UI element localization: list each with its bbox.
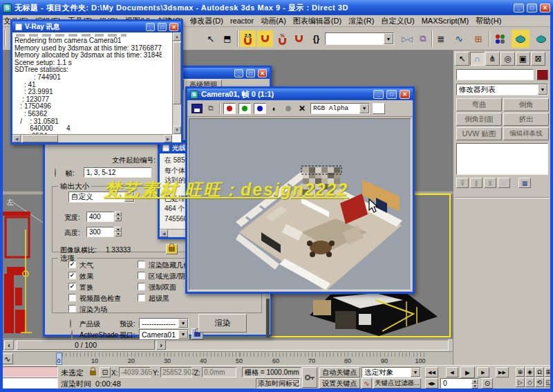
maximize-button[interactable]: □	[527, 3, 537, 12]
vray-messages-window[interactable]: V-Ray 讯息 _ □ ✕ Rendering from camera Cam…	[10, 19, 183, 144]
menu-maxscript[interactable]: MAXScript(M)	[418, 16, 472, 26]
pan-icon[interactable]: ◇	[525, 377, 534, 387]
scene-model-fragment[interactable]	[272, 293, 450, 337]
previous-frame-icon[interactable]: ◀	[446, 367, 458, 377]
menu-modifiers[interactable]: 修改器(D)	[187, 15, 227, 27]
object-name-field[interactable]	[456, 69, 534, 80]
viewport-dropdown[interactable]: Camera01 ▼	[139, 329, 189, 339]
edit-named-selections-icon[interactable]: {}	[309, 30, 324, 47]
play-icon[interactable]: ▶	[460, 366, 475, 378]
close-button[interactable]: ✕	[169, 23, 178, 31]
track-bar[interactable]: ∿ 0 10 20 30 40 50 60 70 80 90 100	[0, 351, 453, 365]
checkbox-displacement[interactable]: ✓	[68, 283, 76, 290]
maxscript-listener-white[interactable]	[1, 377, 58, 389]
checkbox-area-lights[interactable]	[138, 272, 145, 279]
close-button[interactable]: ✕	[258, 69, 267, 77]
dropdown-arrow-icon[interactable]: ▼	[359, 104, 369, 113]
time-slider-handle[interactable]: 0 / 100	[17, 340, 155, 350]
width-spinner[interactable]: ▲▼	[115, 212, 122, 221]
modifier-button-bevel-profile[interactable]: 倒角剖面	[456, 113, 502, 126]
time-configuration-icon[interactable]: ⊙	[482, 378, 493, 389]
tab-hierarchy[interactable]: ⋔	[485, 52, 500, 66]
modifier-button-edit-spline[interactable]: 编辑样条线	[503, 127, 549, 140]
set-key-button[interactable]: 设置关键点	[319, 378, 360, 389]
aspect-lock-icon[interactable]	[166, 244, 178, 254]
x-coordinate-field[interactable]: -4039.365	[119, 367, 151, 377]
background-color-swatch[interactable]	[373, 103, 385, 114]
new-key-curve-icon[interactable]: ∿	[362, 378, 372, 389]
arc-rotate-icon[interactable]: ⟲	[535, 377, 544, 387]
key-mode-toggle-icon[interactable]: ◀▶	[425, 378, 438, 389]
remove-modifier-icon[interactable]: ◌	[498, 178, 510, 188]
dropdown-arrow-icon[interactable]: ▼	[538, 84, 547, 95]
height-field[interactable]: 300	[86, 227, 114, 237]
time-slider-right-icon[interactable]: ›	[156, 340, 166, 350]
make-unique-icon[interactable]: ⊻	[484, 178, 496, 188]
production-radio[interactable]	[70, 319, 71, 328]
checkbox-super-black[interactable]	[138, 294, 145, 301]
modifier-button-bend[interactable]: 弯曲	[456, 98, 502, 111]
scroll-left-icon[interactable]: ◀	[12, 135, 21, 142]
scroll-right-icon[interactable]: ▶	[164, 135, 172, 142]
dropdown-arrow-icon[interactable]: ▼	[178, 319, 188, 328]
frames-field[interactable]: 1, 3, 5-12	[84, 167, 151, 178]
angle-snap-icon[interactable]	[257, 30, 273, 47]
mirror-icon[interactable]: ▷◁	[400, 30, 415, 47]
maximize-button[interactable]: □	[386, 90, 397, 99]
minimize-button[interactable]: _	[234, 69, 243, 77]
tab-motion[interactable]: ◎	[500, 52, 515, 66]
preset-dropdown[interactable]: -------------- ▼	[139, 318, 189, 328]
add-time-tag[interactable]: 添加时间标记	[256, 378, 300, 389]
maxscript-listener-pink[interactable]	[1, 366, 58, 377]
dropdown-arrow-icon[interactable]: ▼	[411, 368, 420, 377]
zoom-icon[interactable]: ⊕	[516, 367, 525, 377]
key-selection-dropdown[interactable]: 选定对象 ▼	[362, 367, 421, 377]
menu-customize[interactable]: 自定义(U)	[377, 15, 418, 27]
percent-snap-icon[interactable]: %	[274, 30, 290, 47]
modifier-list-dropdown[interactable]: 修改器列表 ▼	[456, 84, 548, 95]
configure-modifier-sets-icon[interactable]: ▦	[518, 178, 531, 188]
key-filters-button[interactable]: 关键点过滤器...	[373, 378, 421, 389]
checkbox-force-2-sided[interactable]	[138, 283, 145, 290]
go-to-start-icon[interactable]: ◀◀	[425, 367, 438, 377]
mini-curve-editor-icon[interactable]: ∿	[1, 353, 13, 364]
vray-window-titlebar[interactable]: V-Ray 讯息 _ □ ✕	[12, 21, 181, 32]
pin-stack-icon[interactable]: ⊽	[456, 178, 469, 188]
maximize-button[interactable]: □	[158, 23, 167, 31]
menu-reactor[interactable]: reactor	[227, 16, 257, 26]
scrollbar-thumb[interactable]	[22, 135, 58, 142]
menu-graph-editors[interactable]: 图表编辑器(D)	[290, 15, 345, 27]
named-selection-dropdown[interactable]: ▼	[325, 32, 394, 45]
zoom-all-icon[interactable]: ◈	[525, 367, 534, 377]
menu-help[interactable]: 帮助(H)	[472, 15, 505, 27]
tab-modify[interactable]: ∩	[470, 52, 485, 66]
object-color-swatch[interactable]	[536, 69, 548, 80]
auto-key-button[interactable]: 自动关键点	[319, 367, 360, 377]
scroll-up-icon[interactable]: ▲	[173, 32, 181, 41]
horizontal-scrollbar[interactable]: ◀ ▶	[12, 134, 172, 142]
save-bitmap-icon[interactable]	[191, 104, 203, 113]
tab-create[interactable]: ↖	[455, 52, 469, 66]
modifier-button-extrude[interactable]: 挤出	[503, 113, 549, 126]
go-to-end-icon[interactable]: ▶▶	[496, 367, 509, 377]
field-of-view-icon[interactable]: ▷	[516, 377, 525, 387]
scroll-left-icon[interactable]: ◀	[160, 230, 168, 237]
set-keys-button[interactable]	[302, 367, 317, 388]
align-icon[interactable]: ⧉	[415, 30, 431, 47]
red-channel-icon[interactable]	[223, 103, 236, 114]
layer-manager-icon[interactable]: ≣	[433, 30, 449, 47]
scrollbar-thumb[interactable]	[173, 42, 181, 104]
clear-icon[interactable]: ✕	[297, 103, 308, 114]
scroll-down-icon[interactable]: ▼	[173, 126, 181, 134]
minimize-button[interactable]: _	[146, 23, 155, 31]
dropdown-arrow-icon[interactable]: ▼	[178, 330, 188, 339]
zoom-extents-icon[interactable]: Ω	[535, 367, 544, 377]
checkbox-render-hidden[interactable]	[138, 261, 145, 268]
dropdown-arrow-icon[interactable]: ▼	[384, 33, 393, 44]
camera-window-titlebar[interactable]: S Camera01, 帧 0 (1:1) _ □ ✕	[187, 88, 413, 100]
schematic-view-icon[interactable]: ⊞	[470, 30, 487, 47]
tab-display[interactable]: ▣	[516, 52, 530, 66]
time-slider-left-icon[interactable]: ‹	[4, 340, 14, 350]
absolute-mode-icon[interactable]: ⊡	[100, 367, 111, 377]
modifier-button-uvw-map[interactable]: UVW 贴图	[456, 127, 502, 140]
